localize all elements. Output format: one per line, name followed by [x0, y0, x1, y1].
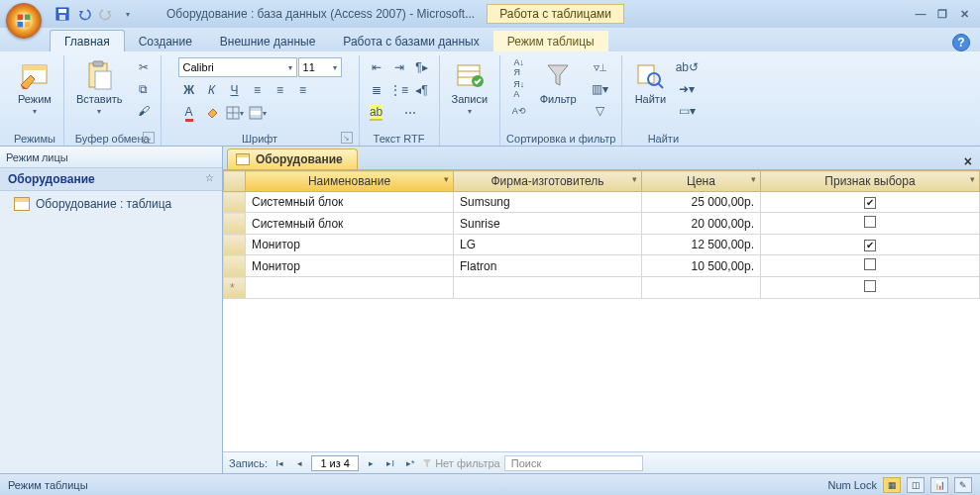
fill-color-icon[interactable]	[201, 103, 223, 123]
column-header-name[interactable]: Наименование▾	[246, 171, 454, 192]
restore-button[interactable]: ❐	[934, 7, 950, 21]
underline-icon[interactable]: Ч	[224, 80, 246, 100]
document-close-icon[interactable]: ×	[964, 153, 972, 169]
row-selector[interactable]	[224, 255, 246, 277]
record-position-input[interactable]	[311, 455, 359, 471]
new-record-icon[interactable]: ▸*	[402, 455, 418, 471]
last-record-icon[interactable]: ▸I	[382, 455, 398, 471]
cell-price[interactable]: 25 000,00р.	[642, 192, 761, 213]
column-header-manufacturer[interactable]: Фирма-изготовитель▾	[454, 171, 642, 192]
redo-icon[interactable]	[97, 5, 115, 23]
select-all-cell[interactable]	[224, 171, 246, 192]
clipboard-dialog-launcher-icon[interactable]: ↘	[143, 132, 155, 144]
toggle-filter-icon[interactable]: ▽	[587, 101, 614, 121]
minimize-button[interactable]: —	[913, 7, 928, 21]
design-view-icon[interactable]: ✎	[954, 477, 972, 493]
numbered-list-icon[interactable]: ≣	[366, 80, 387, 100]
cell-flag[interactable]: ✔	[761, 235, 980, 255]
tab-external-data[interactable]: Внешние данные	[206, 31, 330, 51]
chevron-down-icon[interactable]: ▾	[751, 174, 756, 184]
cell-manufacturer[interactable]: Sunrise	[454, 213, 642, 235]
highlight-icon[interactable]: ab	[366, 103, 387, 123]
bold-icon[interactable]: Ж	[178, 80, 200, 100]
office-button[interactable]	[6, 3, 42, 39]
checkbox-icon[interactable]: ✔	[864, 240, 876, 251]
ltr-icon[interactable]: ¶▸	[411, 57, 433, 77]
alt-row-color-icon[interactable]: ▾	[247, 103, 269, 123]
cell-name[interactable]: Монитор	[246, 235, 454, 255]
cell-price[interactable]: 20 000,00р.	[642, 213, 761, 235]
new-record-selector[interactable]: *	[224, 277, 246, 299]
checkbox-icon[interactable]	[864, 280, 876, 292]
chevron-down-icon[interactable]: ▾	[444, 174, 449, 184]
tab-home[interactable]: Главная	[50, 30, 125, 51]
column-header-price[interactable]: Цена▾	[642, 171, 761, 192]
cell-price[interactable]: 10 500,00р.	[642, 255, 761, 277]
copy-icon[interactable]: ⧉	[133, 79, 155, 99]
cell-name[interactable]: Монитор	[246, 255, 454, 277]
help-icon[interactable]: ?	[952, 34, 970, 51]
select-icon[interactable]: ▭▾	[676, 101, 698, 121]
tab-create[interactable]: Создание	[125, 31, 206, 51]
cell-price[interactable]: 12 500,00р.	[642, 235, 761, 255]
align-center-icon[interactable]: ≡	[270, 80, 291, 100]
selection-filter-icon[interactable]: ▿⟂	[587, 57, 614, 77]
new-record-row[interactable]: *	[224, 277, 980, 299]
align-right-icon[interactable]: ≡	[292, 80, 314, 100]
checkbox-icon[interactable]: ✔	[864, 197, 876, 209]
chevron-down-icon[interactable]: ▾	[632, 174, 637, 184]
search-box[interactable]: Поиск	[504, 455, 643, 471]
format-painter-icon[interactable]: 🖌	[133, 101, 155, 121]
clear-sort-icon[interactable]: А⟲	[508, 101, 530, 121]
checkbox-icon[interactable]	[864, 216, 876, 228]
font-name-combo[interactable]: Calibri▾	[178, 57, 297, 77]
table-row[interactable]: МониторLG12 500,00р.✔	[224, 235, 980, 255]
chevron-down-icon[interactable]: ▾	[970, 174, 975, 184]
close-button[interactable]: ✕	[956, 7, 972, 21]
cell-flag[interactable]	[761, 213, 980, 235]
font-size-combo[interactable]: 11▾	[298, 57, 342, 77]
cell-name[interactable]: Системный блок	[246, 213, 454, 235]
rtl-icon[interactable]: ◂¶	[411, 80, 433, 100]
cell-flag[interactable]	[761, 255, 980, 277]
nav-item-table[interactable]: Оборудование : таблица	[0, 191, 222, 217]
table-row[interactable]: Системный блокSumsung25 000,00р.✔	[224, 192, 980, 213]
column-header-flag[interactable]: Признак выбора▾	[761, 171, 980, 192]
advanced-filter-icon[interactable]: ▥▾	[587, 79, 614, 99]
cut-icon[interactable]: ✂	[133, 57, 155, 77]
view-bar[interactable]: Режимлицы	[0, 147, 222, 168]
sort-asc-icon[interactable]: А↓Я	[508, 57, 530, 77]
tab-datasheet[interactable]: Режим таблицы	[493, 31, 608, 51]
cell-manufacturer[interactable]: LG	[454, 235, 642, 255]
records-button[interactable]: Записи ▾	[446, 57, 494, 118]
find-button[interactable]: Найти	[628, 57, 672, 107]
cell-flag[interactable]: ✔	[761, 192, 980, 213]
next-record-icon[interactable]: ▸	[363, 455, 379, 471]
cell-manufacturer[interactable]: Flatron	[454, 255, 642, 277]
italic-icon[interactable]: К	[201, 80, 223, 100]
tab-database-tools[interactable]: Работа с базами данных	[329, 31, 492, 51]
nav-category[interactable]: Оборудование☆	[0, 168, 222, 191]
filter-button[interactable]: Фильтр	[534, 57, 583, 107]
cell-manufacturer[interactable]: Sumsung	[454, 192, 642, 213]
font-dialog-launcher-icon[interactable]: ↘	[341, 132, 353, 144]
replace-icon[interactable]: ab↺	[676, 57, 698, 77]
table-row[interactable]: Системный блокSunrise20 000,00р.	[224, 213, 980, 235]
row-selector[interactable]	[224, 192, 246, 213]
row-selector[interactable]	[224, 213, 246, 235]
datasheet-grid[interactable]: Наименование▾ Фирма-изготовитель▾ Цена▾ …	[223, 170, 980, 451]
align-left-icon[interactable]: ≡	[247, 80, 269, 100]
cell-name[interactable]: Системный блок	[246, 192, 454, 213]
first-record-icon[interactable]: I◂	[272, 455, 287, 471]
checkbox-icon[interactable]	[864, 258, 876, 270]
decrease-indent-icon[interactable]: ⇤	[366, 57, 387, 77]
sort-desc-icon[interactable]: Я↓А	[508, 79, 530, 99]
chart-view-icon[interactable]: 📊	[930, 477, 948, 493]
pivot-view-icon[interactable]: ◫	[907, 477, 925, 493]
datasheet-view-icon[interactable]: ▦	[883, 477, 901, 493]
font-color-icon[interactable]: A	[178, 103, 200, 123]
bullet-list-icon[interactable]: ⋮≡	[388, 80, 410, 100]
save-icon[interactable]	[54, 5, 71, 23]
increase-indent-icon[interactable]: ⇥	[388, 57, 410, 77]
table-row[interactable]: МониторFlatron10 500,00р.	[224, 255, 980, 277]
